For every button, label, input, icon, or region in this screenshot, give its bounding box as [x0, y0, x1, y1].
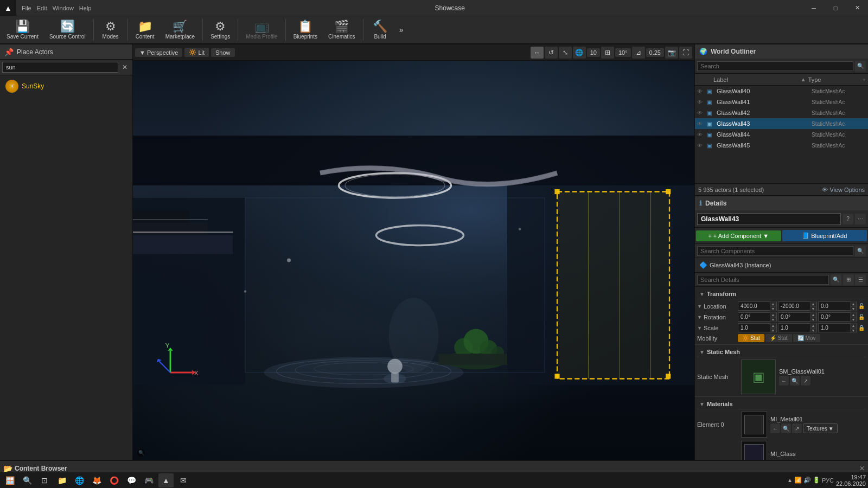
mesh-open-icon[interactable]: ↗: [801, 376, 810, 386]
svg-rect-16: [666, 374, 671, 378]
search-actors-input[interactable]: [2, 62, 118, 73]
materials-header[interactable]: ▼ Materials: [697, 399, 866, 409]
spin-down[interactable]: ▼: [850, 317, 857, 322]
spin-up[interactable]: ▲: [810, 312, 816, 317]
table-row[interactable]: 👁 ▣ GlassWall42 StaticMeshAc: [695, 107, 868, 118]
add-component-button[interactable]: + + Add Component ▼: [696, 230, 781, 241]
show-button[interactable]: Show: [211, 48, 235, 57]
outliner-search-icon[interactable]: 🔍: [855, 61, 866, 72]
movable-mobility-button[interactable]: 🔄 Mov: [793, 334, 820, 342]
location-lock-icon[interactable]: 🔓: [857, 303, 866, 309]
spin-down[interactable]: ▼: [850, 328, 857, 333]
table-row[interactable]: 👁 ▣ GlassWall43 StaticMeshAc: [695, 118, 868, 129]
mat-open-icon[interactable]: ↗: [792, 423, 802, 433]
rotation-lock-icon[interactable]: 🔓: [857, 314, 866, 320]
marketplace-button[interactable]: 🛒 Marketplace: [161, 17, 199, 42]
mesh-find-icon[interactable]: 🔍: [790, 376, 800, 386]
file-explorer-taskbar[interactable]: 📁: [54, 473, 69, 487]
actor-name-input[interactable]: [697, 213, 841, 225]
blueprint-add-button[interactable]: 📘 Blueprint/Add: [782, 230, 867, 241]
table-row[interactable]: 👁 ▣ GlassWall40 StaticMeshAc: [695, 86, 868, 97]
search-taskbar-button[interactable]: 🔍: [20, 473, 35, 487]
spin-up[interactable]: ▲: [770, 301, 776, 306]
spin-up[interactable]: ▲: [810, 301, 816, 306]
toolbar-expand-button[interactable]: »: [396, 17, 407, 42]
viewport-content[interactable]: X Y 🔍: [133, 61, 694, 460]
task-view-button[interactable]: ⊡: [37, 473, 52, 487]
lit-button[interactable]: 🔆 Lit: [184, 48, 209, 57]
mesh-navigate-icon[interactable]: ←: [779, 376, 789, 386]
mat-find-icon[interactable]: 🔍: [781, 423, 791, 433]
spin-down[interactable]: ▼: [850, 306, 857, 311]
mat-nav-icon[interactable]: ←: [770, 423, 780, 433]
spin-down[interactable]: ▼: [810, 317, 816, 322]
spin-up[interactable]: ▲: [850, 312, 857, 317]
search-details-input[interactable]: [697, 275, 829, 285]
spin-down[interactable]: ▼: [770, 306, 776, 311]
angle-tool[interactable]: ⊿: [632, 47, 645, 59]
windows-start-button[interactable]: 🪟: [2, 473, 17, 487]
spin-up[interactable]: ▲: [850, 301, 857, 306]
perspective-button[interactable]: ▼ Perspective: [135, 48, 182, 57]
details-help-icon[interactable]: ?: [843, 214, 853, 224]
grid-toggle[interactable]: ⊞: [601, 47, 614, 59]
details-menu-icon[interactable]: ⋯: [855, 214, 866, 224]
ue-taskbar[interactable]: ▲: [158, 473, 174, 487]
list-view-icon[interactable]: ☰: [855, 274, 866, 285]
table-row[interactable]: 👁 ▣ GlassWall45 StaticMeshAc: [695, 140, 868, 151]
settings-button[interactable]: ⚙ Settings: [206, 17, 234, 42]
cinematics-button[interactable]: 🎬 Cinematics: [324, 17, 359, 42]
discord-taskbar[interactable]: 💬: [124, 473, 139, 487]
coord-tool[interactable]: 🌐: [573, 47, 586, 59]
modes-button[interactable]: ⚙ Modes: [97, 17, 124, 42]
spin-up[interactable]: ▲: [810, 323, 816, 328]
component-item[interactable]: 🔷 GlassWall43 (Instance): [697, 259, 866, 271]
content-button[interactable]: 📁 Content: [131, 17, 159, 42]
spin-down[interactable]: ▼: [770, 317, 776, 322]
close-button[interactable]: ✕: [846, 0, 868, 16]
maximize-viewport[interactable]: ⛶: [679, 47, 692, 59]
rotate-tool[interactable]: ↺: [545, 47, 558, 59]
translate-tool[interactable]: ↔: [531, 47, 544, 59]
textures-dropdown-button[interactable]: Textures ▼: [803, 423, 838, 433]
static-mesh-header[interactable]: ▼ Static Mesh: [697, 347, 866, 357]
spin-up[interactable]: ▲: [850, 323, 857, 328]
content-browser-close-button[interactable]: ✕: [859, 465, 865, 472]
table-row[interactable]: 👁 ▣ GlassWall41 StaticMeshAc: [695, 97, 868, 107]
camera-tool[interactable]: 📷: [665, 47, 678, 59]
steam-taskbar[interactable]: 🎮: [141, 473, 156, 487]
maximize-button[interactable]: □: [825, 0, 846, 16]
spin-down[interactable]: ▼: [810, 328, 816, 333]
spin-up[interactable]: ▲: [770, 323, 776, 328]
scale-lock-icon[interactable]: 🔒: [857, 325, 866, 331]
source-control-button[interactable]: 🔄 Source Control: [45, 17, 90, 42]
stationary-mobility-button[interactable]: ⚡ Stat: [765, 334, 792, 342]
clear-search-button[interactable]: ✕: [119, 62, 130, 73]
grid-view-icon[interactable]: ⊞: [843, 274, 854, 285]
details-search-icon[interactable]: 🔍: [831, 274, 841, 285]
outliner-view-options-button[interactable]: 👁 View Options: [822, 187, 865, 193]
col-more-icon[interactable]: +: [863, 76, 866, 83]
sort-icon[interactable]: ▲: [801, 76, 806, 82]
blueprints-button[interactable]: 📋 Blueprints: [289, 17, 322, 42]
list-item[interactable]: ☀ SunSky: [2, 78, 130, 95]
minimize-button[interactable]: ─: [803, 0, 825, 16]
browser2-taskbar[interactable]: 🦊: [89, 473, 104, 487]
mail-taskbar[interactable]: ✉: [176, 473, 191, 487]
scale-tool[interactable]: ⤡: [559, 47, 572, 59]
outliner-search-input[interactable]: [697, 61, 853, 71]
chrome-taskbar[interactable]: ⭕: [106, 473, 122, 487]
spin-down[interactable]: ▼: [770, 328, 776, 333]
save-current-button[interactable]: 💾 Save Current: [2, 17, 43, 42]
transform-section-header[interactable]: ▼ Transform: [697, 289, 866, 299]
table-row[interactable]: 👁 ▣ GlassWall44 StaticMeshAc: [695, 129, 868, 140]
spin-down[interactable]: ▼: [810, 306, 816, 311]
tray-arrow-icon[interactable]: ▲: [787, 477, 793, 483]
browser-taskbar[interactable]: 🌐: [72, 473, 87, 487]
build-button[interactable]: 🔨 Build: [367, 17, 394, 42]
components-search-icon[interactable]: 🔍: [855, 246, 866, 256]
media-profile-button[interactable]: 📺 Media Profile: [241, 17, 282, 42]
spin-up[interactable]: ▲: [770, 312, 776, 317]
search-components-input[interactable]: [697, 246, 853, 256]
static-mobility-button[interactable]: 🔆 Stat: [738, 334, 764, 342]
